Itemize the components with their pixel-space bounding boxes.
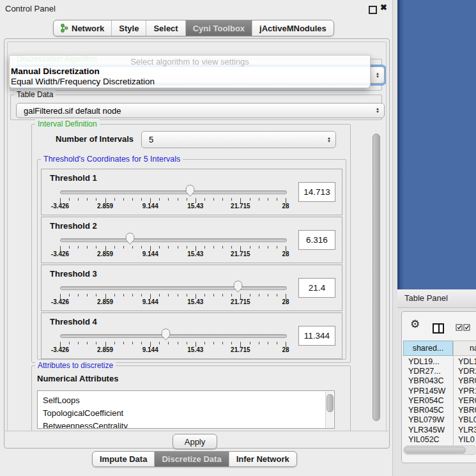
checkbox-checked-icon[interactable] [456, 324, 463, 331]
threshold-value-field[interactable]: 14.713 [298, 182, 335, 202]
tick [222, 246, 223, 249]
table-horizontal-scrollbar-thumb[interactable] [404, 447, 466, 454]
tab-cyni-toolbox[interactable]: Cyni Toolbox [186, 20, 252, 36]
algorithm-option[interactable]: Equal Width/Frequency Discretization [11, 77, 155, 86]
numerical-attributes-list[interactable]: SelfLoopsTopologicalCoefficientBetweenne… [37, 390, 335, 429]
gear-icon[interactable]: ⚙ [410, 318, 420, 331]
cell-shared-name: YIL052C [403, 435, 453, 444]
cyni-toolbox-content: Discretization Algorithm ▲▼ Table Data g… [4, 38, 390, 449]
table-row[interactable]: YBL079WYBL0 [403, 415, 476, 425]
float-window-icon[interactable] [369, 6, 377, 14]
table-panel: ⚙ shared... na YDL19...YDL1YDR27...YDR2Y… [401, 311, 476, 463]
tab-discretize-data[interactable]: Discretize Data [155, 452, 229, 466]
tick [87, 294, 88, 296]
threshold-value-field[interactable]: 6.316 [298, 230, 335, 250]
tick [222, 294, 223, 296]
number-of-intervals-combo[interactable]: 5 ▲▼ [141, 131, 336, 148]
top-tab-bar: NetworkStyleSelectCyni ToolboxjActiveMNo… [53, 20, 334, 36]
threshold-value-field[interactable]: 21.4 [298, 278, 335, 298]
table-panel-title: Table Panel [404, 289, 448, 307]
slider-track[interactable] [60, 334, 287, 338]
cell-name: YIL0 [453, 435, 475, 444]
tick [268, 198, 268, 201]
list-scrollbar[interactable] [325, 392, 334, 429]
tick [187, 198, 187, 201]
table-data-combo[interactable]: galFiltered.sif default node ▲▼ [16, 103, 385, 118]
cell-shared-name: YBR045C [403, 406, 453, 415]
table-row[interactable]: YDL19...YDL1 [403, 357, 476, 366]
tick [123, 342, 124, 344]
column-divider [453, 341, 454, 445]
slider-track[interactable] [60, 238, 287, 242]
tick [178, 342, 178, 344]
table-rows: YDL19...YDL1YDR27...YDR2YBR043CYBR0YPR14… [403, 357, 476, 446]
slider-thumb[interactable] [185, 185, 195, 197]
column-header-name[interactable]: na [453, 341, 476, 356]
tick-label: 21.715 [221, 250, 259, 257]
table-row[interactable]: YDR27...YDR2 [403, 366, 476, 376]
tab-label: jActiveMNodules [259, 24, 326, 33]
tick [123, 198, 124, 201]
checkbox-checked-icon[interactable] [463, 324, 470, 331]
tick-label: 9.144 [131, 250, 169, 257]
tick [178, 294, 178, 296]
list-scrollbar-thumb[interactable] [326, 394, 334, 412]
tab-select[interactable]: Select [146, 20, 185, 36]
table-header-row: shared... na [403, 341, 476, 356]
tick [123, 246, 124, 249]
tick [231, 246, 232, 249]
threshold-label: Threshold 4 [50, 317, 97, 326]
table-row[interactable]: YPR145WYPR1 [403, 386, 476, 395]
tick-label: 21.715 [221, 203, 259, 210]
cell-shared-name: YER054C [403, 396, 453, 405]
tick [231, 294, 232, 296]
tick-label: 9.144 [131, 346, 169, 353]
panel-scrollbar[interactable] [372, 48, 380, 426]
column-header-shared-name[interactable]: shared... [403, 341, 453, 356]
slider-thumb[interactable] [161, 328, 171, 341]
combo-arrows-icon: ▲▼ [327, 137, 331, 143]
tick [114, 294, 115, 296]
tab-style[interactable]: Style [112, 20, 146, 36]
close-icon[interactable]: ✖ [380, 3, 387, 12]
panel-scrollbar-thumb[interactable] [372, 134, 380, 421]
tick [259, 246, 259, 249]
tick [259, 294, 259, 296]
table-row[interactable]: YIL052CYIL0 [403, 434, 476, 444]
thresholds-group: Threshold's Coordinates for 5 Intervals … [37, 159, 346, 360]
slider-track[interactable] [60, 190, 287, 194]
table-row[interactable]: YLR345WYLR3 [403, 425, 476, 434]
tick [168, 294, 169, 296]
slider-thumb[interactable] [233, 280, 243, 293]
tick [96, 342, 96, 344]
tick [159, 342, 160, 344]
tick [178, 198, 178, 201]
table-row[interactable]: YBR045CYBR0 [403, 405, 476, 415]
attribute-item[interactable]: BetweennessCentrality [38, 420, 334, 429]
tick [159, 246, 160, 249]
table-row[interactable]: YER054CYER0 [403, 395, 476, 405]
table-row[interactable]: YBR043CYBR0 [403, 376, 476, 386]
tab-jactivemnodules[interactable]: jActiveMNodules [252, 20, 334, 36]
column-layout-icon[interactable] [433, 323, 444, 334]
tab-label: Style [119, 24, 139, 33]
threshold-value-field[interactable]: 11.344 [298, 326, 335, 346]
slider-thumb[interactable] [125, 233, 135, 245]
group-label: Threshold's Coordinates for 5 Intervals [41, 155, 183, 164]
attribute-item[interactable]: TopologicalCoefficient [38, 407, 334, 420]
cell-shared-name: YBL079W [403, 415, 453, 424]
slider-track[interactable] [60, 286, 287, 290]
algorithm-dropdown-popup: Select algorithm to view settings Manual… [9, 55, 371, 88]
attribute-item[interactable]: SelfLoops [38, 394, 334, 407]
tab-impute-data[interactable]: Impute Data [93, 452, 155, 466]
cell-shared-name: YLR345W [403, 426, 453, 434]
tab-infer-network[interactable]: Infer Network [229, 452, 296, 466]
number-of-intervals-label: Number of Intervals [56, 134, 134, 144]
tick [268, 342, 268, 344]
apply-button[interactable]: Apply [173, 434, 217, 449]
cell-shared-name: YPR145W [403, 387, 453, 395]
tick-label: 28 [266, 250, 305, 257]
table-horizontal-scrollbar[interactable] [403, 445, 476, 455]
tab-network[interactable]: Network [54, 20, 112, 36]
algorithm-option[interactable]: Manual Discretization [11, 66, 100, 76]
